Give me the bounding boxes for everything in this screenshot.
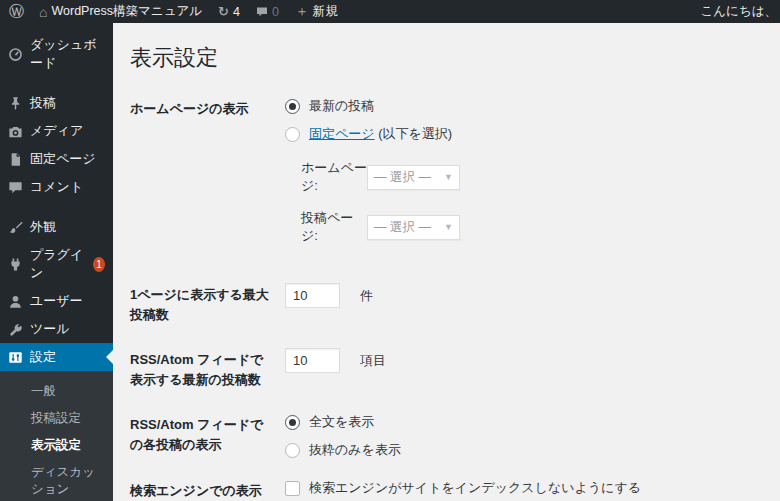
rss-format-row: RSS/Atom フィードでの各投稿の表示 全文を表示 抜粋のみを表示 <box>130 413 760 459</box>
rss-items-unit: 項目 <box>360 352 386 370</box>
submenu-item-general[interactable]: 一般 <box>0 378 113 405</box>
sidebar-item-dashboard[interactable]: ダッシュボード <box>0 31 113 77</box>
settings-icon <box>8 350 23 365</box>
sidebar-item-settings[interactable]: 設定 <box>0 343 113 371</box>
excerpt-radio[interactable] <box>285 443 300 458</box>
rss-items-input[interactable] <box>285 348 340 373</box>
excerpt-option[interactable]: 抜粋のみを表示 <box>285 441 760 459</box>
comments-icon <box>8 180 23 195</box>
sidebar-item-comments[interactable]: コメント <box>0 173 113 201</box>
admin-sidebar: ダッシュボード 投稿 メディア 固定ページ コメント 外観 プラ <box>0 23 113 501</box>
comments-menu[interactable]: 0 <box>248 0 287 23</box>
posts-per-page-unit: 件 <box>360 287 373 305</box>
latest-posts-label: 最新の投稿 <box>309 97 374 115</box>
submenu-item-discussion[interactable]: ディスカッション <box>0 459 113 501</box>
posts-per-page-label: 1ページに表示する最大投稿数 <box>130 283 285 324</box>
discourage-search-option[interactable]: 検索エンジンがサイトをインデックスしないようにする <box>285 479 760 497</box>
homepage-select[interactable]: — 選択 — ▼ <box>367 165 460 190</box>
submenu-item-writing[interactable]: 投稿設定 <box>0 405 113 432</box>
update-icon: ↻ <box>218 4 229 19</box>
sidebar-item-pages[interactable]: 固定ページ <box>0 145 113 173</box>
sidebar-item-label: 投稿 <box>30 94 56 112</box>
sidebar-item-label: メディア <box>30 122 83 140</box>
posts-page-select-value: — 選択 — <box>374 219 431 236</box>
sidebar-item-label: プラグイン <box>30 246 84 282</box>
settings-submenu: 一般 投稿設定 表示設定 ディスカッション メディア パーマリンク設定 <box>0 371 113 501</box>
homepage-select-label: ホームページ: <box>301 159 367 195</box>
homepage-select-value: — 選択 — <box>374 169 431 186</box>
users-icon <box>8 294 23 309</box>
latest-posts-radio[interactable] <box>285 99 300 114</box>
full-text-label: 全文を表示 <box>309 413 374 431</box>
front-page-row: ホームページの表示 最新の投稿 固定ページ (以下を選択) ホームページ: — … <box>130 97 760 259</box>
discourage-search-checkbox[interactable] <box>285 481 300 496</box>
discourage-search-label: 検索エンジンがサイトをインデックスしないようにする <box>309 479 641 497</box>
wordpress-logo-icon[interactable]: Ⓦ <box>0 2 31 21</box>
sidebar-item-label: ユーザー <box>30 292 83 310</box>
pages-icon <box>8 152 23 167</box>
posts-per-page-input[interactable] <box>285 283 340 308</box>
latest-posts-option[interactable]: 最新の投稿 <box>285 97 760 115</box>
sidebar-item-users[interactable]: ユーザー <box>0 287 113 315</box>
sidebar-item-plugins[interactable]: プラグイン 1 <box>0 241 113 287</box>
plugin-update-badge: 1 <box>93 257 105 272</box>
sidebar-item-label: ツール <box>30 320 70 338</box>
page-title: 表示設定 <box>130 43 760 73</box>
admin-bar: Ⓦ ⌂ WordPress構築マニュアル ↻ 4 0 ＋ 新規 こんにちは、 <box>0 0 780 23</box>
menu-separator <box>0 201 113 213</box>
sidebar-item-label: ダッシュボード <box>30 36 105 72</box>
static-page-selects: ホームページ: — 選択 — ▼ 投稿ページ: — 選択 — ▼ <box>301 159 760 245</box>
new-content-menu[interactable]: ＋ 新規 <box>287 0 346 23</box>
update-count: 4 <box>233 5 240 19</box>
plus-icon: ＋ <box>295 3 309 21</box>
search-visibility-label: 検索エンジンでの表示 <box>130 479 285 501</box>
updates-menu[interactable]: ↻ 4 <box>210 0 248 23</box>
comment-count: 0 <box>272 5 279 19</box>
appearance-icon <box>8 220 23 235</box>
excerpt-label: 抜粋のみを表示 <box>309 441 401 459</box>
comment-bubble-icon <box>256 6 268 18</box>
dashboard-icon <box>8 47 23 62</box>
site-name: WordPress構築マニュアル <box>51 3 202 20</box>
sidebar-item-tools[interactable]: ツール <box>0 315 113 343</box>
sidebar-item-appearance[interactable]: 外観 <box>0 213 113 241</box>
sidebar-item-media[interactable]: メディア <box>0 117 113 145</box>
sidebar-item-label: 外観 <box>30 218 56 236</box>
sidebar-item-label: コメント <box>30 178 83 196</box>
sidebar-item-label: 固定ページ <box>30 150 96 168</box>
front-page-label: ホームページの表示 <box>130 97 285 119</box>
chevron-down-icon: ▼ <box>444 222 453 232</box>
menu-separator <box>0 77 113 89</box>
posts-page-select-label: 投稿ページ: <box>301 209 367 245</box>
search-visibility-row: 検索エンジンでの表示 検索エンジンがサイトをインデックスしないようにする このリ… <box>130 479 760 501</box>
tools-icon <box>8 322 23 337</box>
plugin-icon <box>8 257 23 272</box>
home-icon: ⌂ <box>39 4 47 20</box>
static-page-link[interactable]: 固定ページ <box>309 126 375 141</box>
full-text-option[interactable]: 全文を表示 <box>285 413 760 431</box>
rss-items-row: RSS/Atom フィードで表示する最新の投稿数 項目 <box>130 348 760 389</box>
chevron-down-icon: ▼ <box>444 172 453 182</box>
new-label: 新規 <box>313 3 338 20</box>
reading-settings-page: 表示設定 ホームページの表示 最新の投稿 固定ページ (以下を選択) ホームペー… <box>113 23 780 501</box>
sidebar-item-label: 設定 <box>30 348 56 366</box>
static-page-suffix: (以下を選択) <box>378 126 452 141</box>
media-icon <box>8 124 23 139</box>
posts-page-select-line: 投稿ページ: — 選択 — ▼ <box>301 209 760 245</box>
user-greeting[interactable]: こんにちは、 <box>701 3 780 20</box>
pushpin-icon <box>8 96 23 111</box>
rss-format-label: RSS/Atom フィードでの各投稿の表示 <box>130 413 285 454</box>
static-page-radio[interactable] <box>285 127 300 142</box>
site-name-menu[interactable]: ⌂ WordPress構築マニュアル <box>31 0 210 23</box>
submenu-item-reading[interactable]: 表示設定 <box>0 432 113 459</box>
rss-items-label: RSS/Atom フィードで表示する最新の投稿数 <box>130 348 285 389</box>
static-page-option[interactable]: 固定ページ (以下を選択) <box>285 125 760 143</box>
full-text-radio[interactable] <box>285 415 300 430</box>
posts-page-select[interactable]: — 選択 — ▼ <box>367 215 460 240</box>
posts-per-page-row: 1ページに表示する最大投稿数 件 <box>130 283 760 324</box>
homepage-select-line: ホームページ: — 選択 — ▼ <box>301 159 760 195</box>
sidebar-item-posts[interactable]: 投稿 <box>0 89 113 117</box>
